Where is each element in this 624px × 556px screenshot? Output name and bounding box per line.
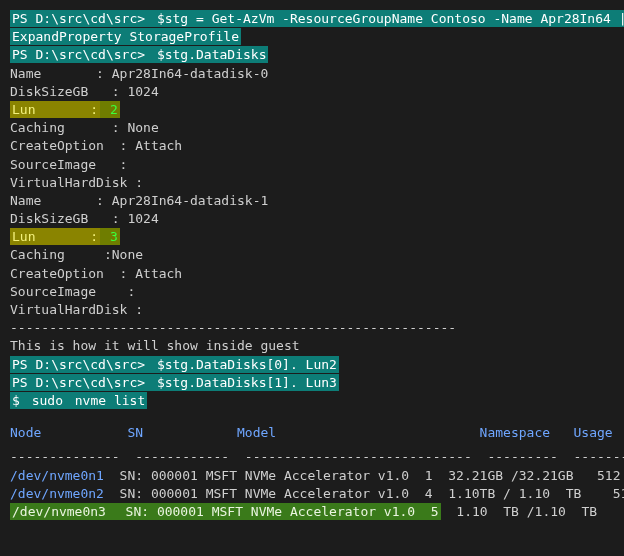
output-line: CreateOption : Attach [10, 265, 624, 283]
device-node: /dev/nvme0n1 [10, 468, 104, 483]
cmd-text: ExpandProperty StorageProfile [10, 28, 241, 45]
note-line: This is how it will show inside guest [10, 337, 624, 355]
lun-value: 3 [100, 228, 120, 245]
row-rest-highlight: SN: 000001 MSFT NVMe Accelerator v1.0 5 [108, 503, 441, 520]
shell-prompt: $ [10, 392, 30, 409]
ps-prompt: PS D:\src\cd\src> [10, 374, 147, 391]
row-rest: SN: 000001 MSFT NVMe Accelerator v1.0 1 … [104, 468, 624, 483]
cmd-text: $stg.DataDisks [147, 46, 268, 63]
output-line: SourceImage : [10, 156, 624, 174]
device-node: /dev/nvme0n3 [10, 503, 108, 520]
output-line: Caching : None [10, 119, 624, 137]
cmd-text: $stg.DataDisks[1]. Lun3 [147, 374, 339, 391]
output-line: DiskSizeGB : 1024 [10, 210, 624, 228]
output-line: Caching :None [10, 246, 624, 264]
row-rest: 1.10 TB /1.10 TB 512 B + 0 B v1.00000 [441, 504, 624, 519]
ps-prompt: PS D:\src\cd\src> [10, 356, 147, 373]
device-node: /dev/nvme0n2 [10, 486, 104, 501]
row-rest: SN: 000001 MSFT NVMe Accelerator v1.0 4 … [104, 486, 624, 501]
cmd-text: $stg = Get-AzVm -ResourceGroupName Conto… [147, 10, 624, 27]
ps-prompt: PS D:\src\cd\src> [10, 10, 147, 27]
output-line-lun: Lun : 2 [10, 101, 624, 119]
cmd-line[interactable]: PS D:\src\cd\src> $stg.DataDisks[0]. Lun… [10, 356, 624, 374]
sudo-keyword: sudo [30, 392, 73, 409]
output-line: Name : Apr28In64-datadisk-1 [10, 192, 624, 210]
cmd-line[interactable]: $ sudo nvme list [10, 392, 624, 410]
nvme-table: Node SN Model Namespace Usage Format FW … [10, 416, 624, 521]
output-line: VirtualHardDisk : [10, 174, 624, 192]
cmd-text: $stg.DataDisks[0]. Lun2 [147, 356, 339, 373]
ps-prompt: PS D:\src\cd\src> [10, 46, 147, 63]
table-row-highlighted: /dev/nvme0n3 SN: 000001 MSFT NVMe Accele… [10, 503, 624, 521]
table-header: Node SN Model Namespace Usage Format FW … [10, 424, 624, 442]
table-divider: -------------- ------------ ------------… [10, 448, 624, 466]
lun-label: Lun : [10, 101, 100, 118]
output-line: Name : Apr28In64-datadisk-0 [10, 65, 624, 83]
cmd-line[interactable]: PS D:\src\cd\src> $stg.DataDisks[1]. Lun… [10, 374, 624, 392]
divider-dashes: ----------------------------------------… [10, 319, 624, 337]
output-line: CreateOption : Attach [10, 137, 624, 155]
output-line: SourceImage : [10, 283, 624, 301]
cmd-line[interactable]: PS D:\src\cd\src> $stg.DataDisks [10, 46, 624, 64]
table-row: /dev/nvme0n1 SN: 000001 MSFT NVMe Accele… [10, 467, 624, 485]
table-row: /dev/nvme0n2 SN: 000001 MSFT NVMe Accele… [10, 485, 624, 503]
cmd-line[interactable]: ExpandProperty StorageProfile [10, 28, 624, 46]
lun-value: 2 [100, 101, 120, 118]
output-line: DiskSizeGB : 1024 [10, 83, 624, 101]
output-line-lun: Lun : 3 [10, 228, 624, 246]
output-line: VirtualHardDisk : [10, 301, 624, 319]
terminal-window: PS D:\src\cd\src> $stg = Get-AzVm -Resou… [0, 0, 624, 556]
cmd-text: nvme list [73, 392, 147, 409]
cmd-line[interactable]: PS D:\src\cd\src> $stg = Get-AzVm -Resou… [10, 10, 624, 28]
lun-label: Lun : [10, 228, 100, 245]
